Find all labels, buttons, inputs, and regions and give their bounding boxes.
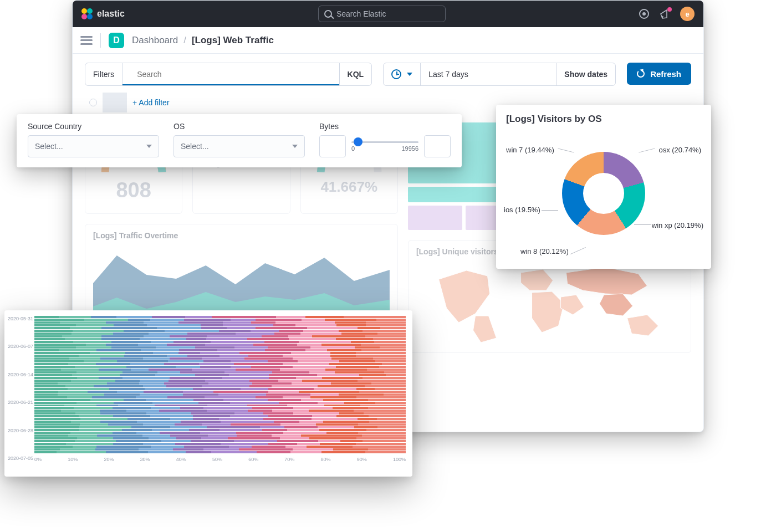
kql-toggle[interactable]: KQL xyxy=(339,63,372,85)
header-actions: e xyxy=(639,7,695,21)
donut-label-ios: ios (19.5%) xyxy=(504,206,540,214)
refresh-icon xyxy=(637,70,645,78)
chevron-down-icon xyxy=(292,145,298,148)
donut-chart: win 7 (19.44%) osx (20.74%) ios (19.5%) … xyxy=(506,128,701,259)
help-icon[interactable] xyxy=(639,9,649,19)
bytes-slider-wrap: 0 19956 xyxy=(319,135,451,157)
toolbar: D Dashboard / [Logs] Web Traffic xyxy=(73,27,703,54)
chevron-down-icon xyxy=(146,145,152,148)
filter-dash-icon xyxy=(103,93,127,112)
global-search-placeholder: Search Elastic xyxy=(336,9,386,18)
donut-label-osx: osx (20.74%) xyxy=(658,146,701,154)
refresh-label: Refresh xyxy=(650,69,681,79)
bytes-max-input[interactable] xyxy=(424,135,451,157)
controls-panel: Source Country Select... OS Select... By… xyxy=(17,114,462,167)
app-chip[interactable]: D xyxy=(109,33,124,48)
stacked-rows xyxy=(34,316,406,453)
add-filter-label: + Add filter xyxy=(132,98,170,107)
world-map-icon xyxy=(416,260,683,344)
time-range-display[interactable]: Last 7 days xyxy=(420,63,556,85)
brand[interactable]: elastic xyxy=(81,8,125,19)
bytes-label: Bytes xyxy=(319,122,451,131)
breadcrumb: Dashboard / [Logs] Web Traffic xyxy=(132,35,274,46)
elastic-logo-icon xyxy=(81,8,93,19)
query-input[interactable] xyxy=(130,63,331,85)
breadcrumb-sep: / xyxy=(183,35,186,46)
query-group: Filters KQL xyxy=(85,63,372,86)
metric-ratio-value: 41.667% xyxy=(307,178,392,196)
panel-visitors-by-os: [Logs] Visitors by OS win 7 (19.44%) osx… xyxy=(496,105,711,269)
field-source-country: Source Country Select... xyxy=(28,122,159,160)
refresh-button[interactable]: Refresh xyxy=(627,63,691,85)
panel-stacked-bars: 2020-05-312020-06-072020-06-142020-06-21… xyxy=(4,310,412,477)
filters-button[interactable]: Filters xyxy=(85,63,122,85)
slider-thumb-icon[interactable] xyxy=(354,137,363,146)
breadcrumb-current: [Logs] Web Traffic xyxy=(192,35,274,46)
bytes-min-label: 0 xyxy=(351,145,355,152)
visitors-os-title: [Logs] Visitors by OS xyxy=(506,114,701,125)
menu-icon[interactable] xyxy=(80,36,93,45)
filter-dot-icon xyxy=(89,99,97,106)
show-dates-button[interactable]: Show dates xyxy=(556,63,615,85)
os-select[interactable]: Select... xyxy=(173,135,305,157)
donut-label-win8: win 8 (20.12%) xyxy=(520,247,569,255)
donut-label-win7: win 7 (19.44%) xyxy=(506,146,554,154)
stacked-xaxis: 0%10%20%30%40%50%60%70%80%90%100% xyxy=(34,457,406,462)
bytes-max-label: 19956 xyxy=(401,145,418,152)
bytes-min-input[interactable] xyxy=(319,135,346,157)
os-label: OS xyxy=(173,122,305,131)
search-icon xyxy=(324,10,332,18)
brand-label: elastic xyxy=(97,9,125,19)
metric-visitors-value: 808 xyxy=(91,178,176,202)
global-search[interactable]: Search Elastic xyxy=(318,6,446,22)
time-group: Last 7 days Show dates xyxy=(383,63,616,86)
divider xyxy=(100,33,101,48)
clock-icon xyxy=(391,69,401,79)
filter-bar: Filters KQL Last 7 days Show dates Refre… xyxy=(73,54,703,112)
field-os: OS Select... xyxy=(173,122,305,160)
panel-traffic-title: [Logs] Traffic Overtime xyxy=(93,231,390,240)
bytes-slider[interactable]: 0 19956 xyxy=(351,141,418,152)
breadcrumb-root[interactable]: Dashboard xyxy=(132,35,178,46)
field-bytes: Bytes 0 19956 xyxy=(319,122,451,160)
avatar[interactable]: e xyxy=(680,7,695,21)
notification-dot-icon xyxy=(667,7,672,12)
stacked-yaxis: 2020-05-312020-06-072020-06-142020-06-21… xyxy=(8,316,33,461)
os-placeholder: Select... xyxy=(181,142,209,151)
query-input-wrap xyxy=(122,63,339,85)
source-country-label: Source Country xyxy=(28,122,159,131)
newsfeed-icon[interactable] xyxy=(659,8,670,19)
timepicker-quick[interactable] xyxy=(384,63,420,85)
donut-label-winxp: win xp (20.19%) xyxy=(652,221,703,229)
source-country-select[interactable]: Select... xyxy=(28,135,159,157)
chevron-down-icon xyxy=(407,73,412,76)
source-country-placeholder: Select... xyxy=(35,142,63,151)
global-header: elastic Search Elastic e xyxy=(73,1,703,27)
donut-ring-icon xyxy=(562,152,645,235)
